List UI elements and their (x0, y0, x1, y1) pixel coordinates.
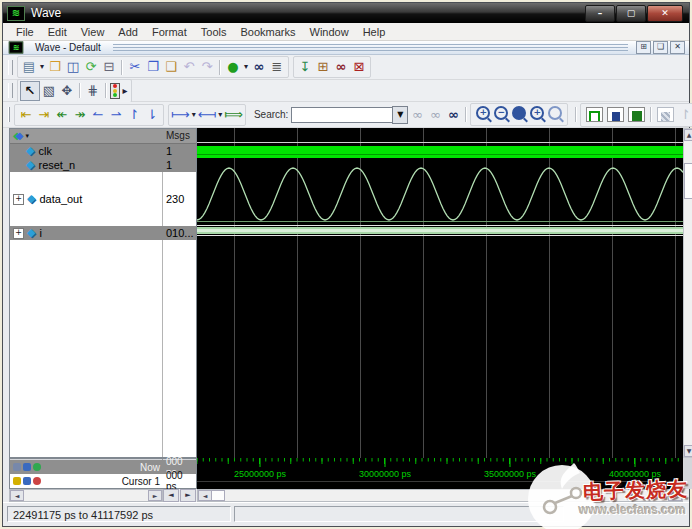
redo-button[interactable]: ↷ (198, 58, 216, 76)
expand-all-button[interactable] (657, 107, 674, 122)
scroll-left-button[interactable]: ◄ (10, 490, 24, 501)
pan-mode-button[interactable]: ✥ (58, 82, 76, 100)
menu-view[interactable]: View (74, 24, 112, 40)
cursor1-row[interactable]: Cursor 1 000 ps (10, 474, 196, 488)
edit-mode-button[interactable]: ⋕ (84, 82, 102, 100)
prev-rising-edge-button[interactable]: ↾ (125, 106, 143, 124)
stop-sim-icon[interactable] (110, 83, 120, 99)
expanded-time-event-button[interactable] (628, 107, 645, 122)
go-button[interactable]: ● (224, 58, 242, 76)
group-dropdown-icon[interactable]: ▾ (25, 130, 29, 142)
next-rising-edge-button[interactable]: ⇂ (143, 106, 161, 124)
names-h-scrollbar[interactable]: ◄ ► (9, 489, 163, 502)
zoom-mode-button[interactable]: ▧ (40, 82, 58, 100)
menu-file[interactable]: File (9, 24, 41, 40)
wave-canvas[interactable] (197, 128, 683, 458)
column-splitter[interactable] (162, 129, 163, 457)
scroll-thumb[interactable] (684, 163, 692, 199)
search-forward-button[interactable]: ∞ (426, 106, 444, 124)
add-cursor-button[interactable]: ⇤ (17, 106, 35, 124)
pane-close-button[interactable]: ✕ (670, 41, 685, 54)
pane-drag-area[interactable] (113, 44, 628, 52)
signal-row-data-out[interactable]: + ◆ data_out 230 (10, 192, 196, 206)
find-in-files-button[interactable]: ∞ (332, 58, 350, 76)
scroll-down-button[interactable]: ▼ (684, 445, 692, 457)
cut-button[interactable]: ✂ (126, 58, 144, 76)
expand-time-button[interactable]: ↾ (676, 106, 692, 124)
pane-maximize-button[interactable]: ⊞ (636, 41, 651, 54)
menu-help[interactable]: Help (356, 24, 393, 40)
insert-pointer-button[interactable]: ⟾ (224, 106, 243, 124)
signal-row-clk[interactable]: ◆ clk 1 (10, 144, 196, 158)
msgs-scroll-left-button[interactable]: ◄ (163, 489, 179, 502)
zoom-full-button[interactable] (512, 106, 526, 120)
toolbar-handle[interactable] (8, 60, 13, 75)
scroll-up-button[interactable]: ▲ (684, 129, 692, 141)
find-button[interactable]: ∞ (250, 58, 268, 76)
titlebar[interactable]: ≋ Wave – ▢ ✕ (3, 3, 689, 23)
wave-vertical-scrollbar[interactable]: ▲ ▼ (683, 128, 692, 458)
restore-button[interactable]: ↧ (296, 58, 314, 76)
insert-after-button[interactable]: ⟻ (198, 106, 217, 124)
paste-button[interactable]: ❑ (162, 58, 180, 76)
signal-row-reset-n[interactable]: ◆ reset_n 1 (10, 158, 196, 172)
expand-icon[interactable]: + (13, 228, 24, 239)
pane-header[interactable]: ≋ Wave - Default ⊞ ❏ ✕ (3, 41, 689, 55)
waveform-panel[interactable] (197, 128, 683, 458)
reload-button[interactable]: ⟳ (82, 58, 100, 76)
prev-transition-button[interactable]: ↞ (53, 106, 71, 124)
delete-cursor-button[interactable]: ⇥ (35, 106, 53, 124)
zoom-out-button[interactable]: − (494, 106, 508, 120)
prev-falling-edge-button[interactable]: ↼ (89, 106, 107, 124)
select-mode-button[interactable]: ↖ (20, 81, 40, 101)
print-button[interactable]: ⊟ (100, 58, 118, 76)
minimize-button[interactable]: – (585, 5, 615, 22)
mail-icon[interactable] (23, 463, 31, 471)
expanded-time-delta-button[interactable] (607, 107, 624, 122)
search-input[interactable] (291, 107, 392, 123)
next-falling-edge-button[interactable]: ⇀ (107, 106, 125, 124)
names-header[interactable]: ◆ ◆ ▾ Msgs (10, 129, 196, 144)
scroll-left-button[interactable]: ◄ (198, 490, 212, 501)
undo-button[interactable]: ↶ (180, 58, 198, 76)
expand-icon[interactable]: + (13, 194, 24, 205)
new-button[interactable]: ▤ (20, 58, 38, 76)
run-button[interactable]: ▸ (121, 82, 129, 100)
insert-after-dropdown[interactable]: ▾ (216, 106, 224, 124)
next-transition-button[interactable]: ↠ (71, 106, 89, 124)
maximize-button[interactable]: ▢ (616, 5, 646, 22)
menu-tools[interactable]: Tools (194, 24, 234, 40)
menu-window[interactable]: Window (303, 24, 356, 40)
toolbar-handle[interactable] (8, 83, 13, 98)
msgs-scroll-right-button[interactable]: ► (180, 489, 196, 502)
clip-icon[interactable] (13, 463, 21, 471)
edit-cursor-icon[interactable] (23, 477, 31, 485)
menu-add[interactable]: Add (111, 24, 145, 40)
menu-format[interactable]: Format (145, 24, 194, 40)
wave-h-scrollbar[interactable]: ◄ ► (197, 489, 683, 502)
delete-button[interactable]: ⊠ (350, 58, 368, 76)
insert-before-button[interactable]: ⟼ (171, 106, 190, 124)
save-button[interactable]: ◫ (64, 58, 82, 76)
menu-bookmarks[interactable]: Bookmarks (233, 24, 302, 40)
signal-row-i[interactable]: + ◆ i 010... (10, 226, 196, 240)
open-button[interactable]: ❒ (46, 58, 64, 76)
hierarchy-button[interactable]: ≣ (268, 58, 286, 76)
go-dropdown[interactable]: ▾ (242, 58, 250, 76)
lock-icon[interactable] (13, 477, 21, 485)
close-button[interactable]: ✕ (647, 5, 683, 22)
search-reverse-button[interactable]: ∞ (408, 106, 426, 124)
scroll-right-button[interactable]: ► (668, 490, 682, 501)
signal-names-panel[interactable]: ◆ ◆ ▾ Msgs ◆ clk 1 ◆ reset_n 1 + ◆ data_… (9, 128, 197, 458)
zoom-cursor-button[interactable]: + (530, 106, 544, 120)
new-dropdown[interactable]: ▾ (38, 58, 46, 76)
scroll-right-button[interactable]: ► (148, 490, 162, 501)
timeline-ruler[interactable]: 25000000 ps30000000 ps35000000 ps4000000… (197, 458, 683, 489)
tile-windows-button[interactable]: ⊞ (314, 58, 332, 76)
toolbar-handle[interactable] (8, 107, 10, 122)
pane-undock-button[interactable]: ❏ (653, 41, 668, 54)
expanded-time-off-button[interactable] (586, 107, 603, 122)
scroll-thumb[interactable] (211, 490, 225, 501)
zoom-in-button[interactable]: + (476, 106, 490, 120)
menu-edit[interactable]: Edit (41, 24, 74, 40)
